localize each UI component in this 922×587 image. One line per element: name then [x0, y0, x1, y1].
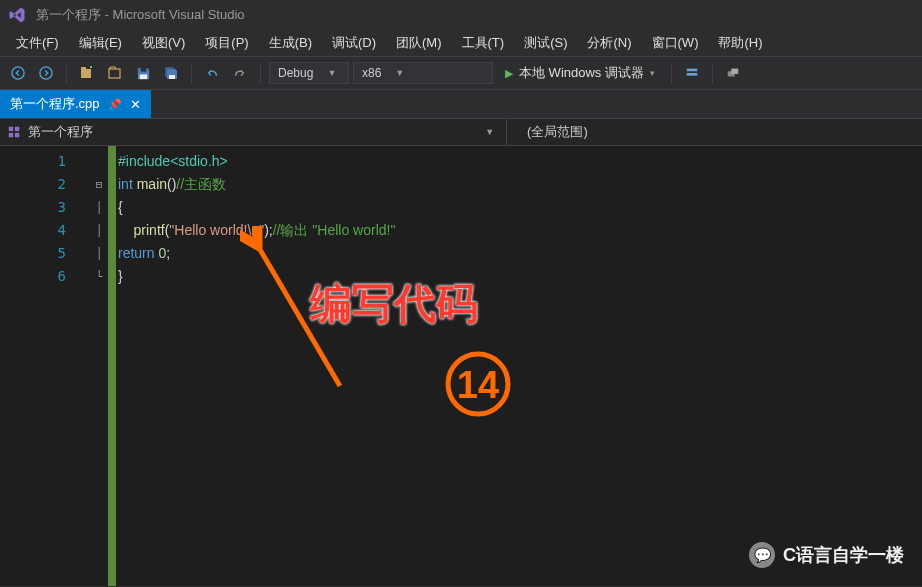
menu-help[interactable]: 帮助(H) [708, 32, 772, 54]
config-dropdown[interactable]: Debug ▼ [269, 62, 349, 84]
window-title: 第一个程序 - Microsoft Visual Studio [36, 6, 245, 24]
redo-button[interactable] [228, 61, 252, 85]
scope-label: (全局范围) [527, 123, 588, 141]
run-debugger-button[interactable]: ▶ 本地 Windows 调试器 ▾ [497, 62, 663, 84]
scope-selector[interactable]: (全局范围) [507, 123, 922, 141]
fold-toggle[interactable]: ⊟ [90, 173, 108, 196]
separator [671, 63, 672, 83]
tab-filename: 第一个程序.cpp [10, 95, 100, 113]
close-icon[interactable]: ✕ [130, 97, 141, 112]
titlebar: 第一个程序 - Microsoft Visual Studio [0, 0, 922, 30]
svg-rect-3 [81, 67, 86, 70]
menu-window[interactable]: 窗口(W) [642, 32, 709, 54]
chevron-down-icon: ▼ [485, 127, 494, 137]
code-navbar: 第一个程序 ▼ (全局范围) [0, 118, 922, 146]
menu-file[interactable]: 文件(F) [6, 32, 69, 54]
svg-rect-9 [687, 73, 698, 76]
menu-team[interactable]: 团队(M) [386, 32, 452, 54]
separator [260, 63, 261, 83]
menu-project[interactable]: 项目(P) [195, 32, 258, 54]
chevron-down-icon: ▼ [327, 68, 336, 78]
menu-edit[interactable]: 编辑(E) [69, 32, 132, 54]
line-gutter: 1 2 3 4 5 6 [0, 146, 90, 586]
config-label: Debug [278, 66, 313, 80]
svg-rect-5 [140, 67, 146, 71]
file-tab-active[interactable]: 第一个程序.cpp 📌 ✕ [0, 90, 151, 118]
chevron-down-icon: ▾ [650, 68, 655, 78]
save-all-button[interactable] [159, 61, 183, 85]
pin-icon[interactable]: 📌 [108, 98, 122, 111]
line-number: 5 [0, 242, 90, 265]
svg-rect-11 [731, 69, 738, 74]
run-label: 本地 Windows 调试器 [519, 64, 644, 82]
chevron-down-icon: ▼ [395, 68, 404, 78]
svg-rect-4 [109, 69, 120, 78]
menubar: 文件(F) 编辑(E) 视图(V) 项目(P) 生成(B) 调试(D) 团队(M… [0, 30, 922, 56]
code-editor[interactable]: 1 2 3 4 5 6 ⊟ │ │ │ └ #include<stdio.h> … [0, 146, 922, 586]
svg-rect-8 [687, 69, 698, 72]
new-project-button[interactable] [75, 61, 99, 85]
project-icon [6, 124, 22, 140]
menu-analyze[interactable]: 分析(N) [577, 32, 641, 54]
separator [191, 63, 192, 83]
svg-point-0 [12, 67, 24, 79]
menu-test[interactable]: 测试(S) [514, 32, 577, 54]
tabbar: 第一个程序.cpp 📌 ✕ [0, 90, 922, 118]
menu-debug[interactable]: 调试(D) [322, 32, 386, 54]
menu-tools[interactable]: 工具(T) [452, 32, 515, 54]
fold-bar: ⊟ │ │ │ └ [90, 146, 108, 586]
svg-rect-13 [15, 127, 19, 131]
svg-point-1 [40, 67, 52, 79]
project-name: 第一个程序 [28, 123, 93, 141]
toolbar-extra-1[interactable] [680, 61, 704, 85]
save-button[interactable] [131, 61, 155, 85]
platform-label: x86 [362, 66, 381, 80]
separator [712, 63, 713, 83]
nav-forward-button[interactable] [34, 61, 58, 85]
open-file-button[interactable] [103, 61, 127, 85]
line-number: 2 [0, 173, 90, 196]
svg-rect-7 [169, 75, 175, 79]
svg-rect-6 [139, 74, 147, 79]
change-marker [108, 146, 116, 586]
toolbar-extra-2[interactable] [721, 61, 745, 85]
line-number: 3 [0, 196, 90, 219]
menu-build[interactable]: 生成(B) [259, 32, 322, 54]
undo-button[interactable] [200, 61, 224, 85]
line-number: 1 [0, 150, 90, 173]
svg-rect-15 [15, 133, 19, 137]
platform-dropdown[interactable]: x86 ▼ [353, 62, 493, 84]
svg-rect-2 [81, 69, 91, 78]
vs-logo-icon [8, 6, 26, 24]
nav-back-button[interactable] [6, 61, 30, 85]
menu-view[interactable]: 视图(V) [132, 32, 195, 54]
code-content[interactable]: #include<stdio.h> int main()//主函数 { prin… [118, 146, 922, 586]
svg-rect-12 [9, 127, 13, 131]
line-number: 4 [0, 219, 90, 242]
separator [66, 63, 67, 83]
svg-rect-14 [9, 133, 13, 137]
toolbar: Debug ▼ x86 ▼ ▶ 本地 Windows 调试器 ▾ [0, 56, 922, 90]
line-number: 6 [0, 265, 90, 288]
play-icon: ▶ [505, 67, 513, 80]
project-selector[interactable]: 第一个程序 ▼ [0, 119, 507, 145]
